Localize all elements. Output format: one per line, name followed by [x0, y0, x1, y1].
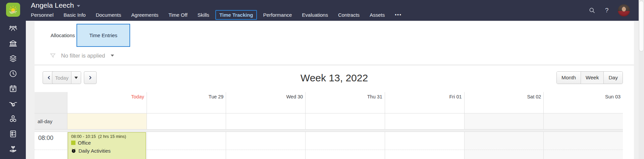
header-gutter-cell — [35, 92, 67, 113]
view-month-button[interactable]: Month — [557, 72, 581, 84]
chevron-down-icon — [77, 5, 80, 7]
all-day-cell-sat[interactable] — [464, 113, 544, 129]
header-actions: ? — [588, 0, 630, 21]
view-day-button[interactable]: Day — [603, 72, 623, 84]
sidebar-people-icon[interactable] — [0, 21, 26, 36]
all-day-cell-wed[interactable] — [226, 113, 305, 129]
nav-time-off[interactable]: Time Off — [168, 12, 187, 18]
employee-name[interactable]: Angela Leech — [31, 1, 80, 9]
funnel-icon — [50, 53, 56, 59]
slot-cell-thu-2[interactable] — [305, 150, 385, 159]
nav-agreements[interactable]: Agreements — [131, 12, 158, 18]
nav-personnel[interactable]: Personnel — [31, 12, 54, 18]
slot-cell-tue-2[interactable] — [147, 150, 226, 159]
filter-chevron-down-icon — [111, 55, 114, 57]
nav-more-menu[interactable]: ••• — [395, 12, 402, 17]
all-day-cell-thu[interactable] — [305, 113, 385, 129]
sidebar-clock-icon[interactable] — [0, 66, 26, 81]
nav-performance[interactable]: Performance — [263, 12, 292, 18]
slot-cell-sat[interactable] — [464, 132, 544, 150]
time-entry-event[interactable]: 08:00 - 10:15 (2 hrs 15 mins) Office Dai… — [68, 132, 146, 159]
event-category: Office — [78, 140, 91, 146]
day-header-sat[interactable]: Sat 02 — [464, 92, 544, 113]
calendar-title: Week 13, 2022 — [35, 72, 634, 84]
all-day-cell-mon[interactable] — [67, 113, 147, 129]
slot-cell-sun-2[interactable] — [543, 150, 623, 159]
help-icon[interactable]: ? — [603, 7, 610, 14]
day-header-fri[interactable]: Fri 01 — [385, 92, 464, 113]
category-color-swatch — [71, 141, 75, 145]
event-title: Daily Activities — [78, 148, 111, 154]
slot-cell-thu[interactable] — [305, 132, 385, 150]
slot-cell-fri[interactable] — [385, 132, 464, 150]
filter-bar[interactable]: No filter is applied — [35, 47, 634, 64]
top-navigation: Personnel Basic Info Documents Agreement… — [31, 10, 402, 19]
sidebar-calendar-x-icon[interactable] — [0, 81, 26, 96]
slot-cell-wed[interactable] — [226, 132, 305, 150]
user-avatar[interactable] — [618, 4, 630, 16]
sidebar-plant-hand-icon[interactable] — [0, 141, 26, 156]
event-time-range: 08:00 - 10:15 (2 hrs 15 mins) — [71, 134, 143, 139]
nav-assets[interactable]: Assets — [370, 12, 385, 18]
time-tracking-panel: Allocations Time Entries No filter is ap… — [35, 21, 634, 64]
all-day-row: all-day — [35, 113, 623, 130]
all-day-cell-fri[interactable] — [385, 113, 464, 129]
time-label-0800: 08:00 — [35, 132, 67, 142]
scheduler: Today Week 13, 2022 Month Week Day Today… — [35, 66, 634, 159]
slot-cell-fri-2[interactable] — [385, 150, 464, 159]
slot-cell-sun[interactable] — [543, 132, 623, 150]
sidebar-navigation — [0, 21, 26, 159]
employee-name-label: Angela Leech — [31, 1, 74, 9]
nav-basic-info[interactable]: Basic Info — [64, 12, 86, 18]
sidebar-organization-icon[interactable] — [0, 36, 26, 51]
slot-cell-wed-2[interactable] — [226, 150, 305, 159]
scrollbar-thumb[interactable] — [639, 1, 643, 51]
nav-contracts[interactable]: Contracts — [338, 12, 360, 18]
sunrise-logo-icon — [7, 4, 19, 15]
vertical-scrollbar[interactable] — [639, 0, 644, 159]
alarm-clock-icon — [71, 148, 76, 153]
app-logo[interactable] — [6, 3, 20, 17]
filter-status-text: No filter is applied — [61, 53, 105, 59]
day-header-row: Today Tue 29 Wed 30 Thu 31 Fri 01 Sat 02… — [35, 92, 623, 113]
search-icon[interactable] — [588, 7, 596, 14]
week-grid: Today Tue 29 Wed 30 Thu 31 Fri 01 Sat 02… — [35, 92, 623, 159]
nav-evaluations[interactable]: Evaluations — [302, 12, 328, 18]
view-switcher: Month Week Day — [556, 71, 623, 84]
sidebar-layers-icon[interactable] — [0, 51, 26, 66]
nav-time-tracking[interactable]: Time Tracking — [215, 10, 257, 20]
slot-cell-tue[interactable] — [147, 132, 226, 150]
tab-time-entries[interactable]: Time Entries — [76, 24, 130, 47]
sidebar-checklist-icon[interactable] — [0, 126, 26, 141]
day-header-mon[interactable]: Today — [67, 92, 147, 113]
view-week-button[interactable]: Week — [581, 72, 603, 84]
nav-skills[interactable]: Skills — [198, 12, 209, 18]
sidebar-handshake-icon[interactable] — [0, 96, 26, 111]
day-header-thu[interactable]: Thu 31 — [305, 92, 385, 113]
day-header-wed[interactable]: Wed 30 — [226, 92, 305, 113]
app-header: Angela Leech Personnel Basic Info Docume… — [0, 0, 639, 21]
nav-documents[interactable]: Documents — [96, 12, 121, 18]
all-day-label: all-day — [35, 113, 67, 129]
day-header-sun[interactable]: Sun 03 — [543, 92, 623, 113]
all-day-cell-tue[interactable] — [147, 113, 226, 129]
slot-cell-sat-2[interactable] — [464, 150, 544, 159]
day-header-tue[interactable]: Tue 29 — [147, 92, 226, 113]
all-day-cell-sun[interactable] — [543, 113, 623, 129]
sidebar-cubes-icon[interactable] — [0, 111, 26, 126]
grid-divider — [35, 130, 623, 132]
